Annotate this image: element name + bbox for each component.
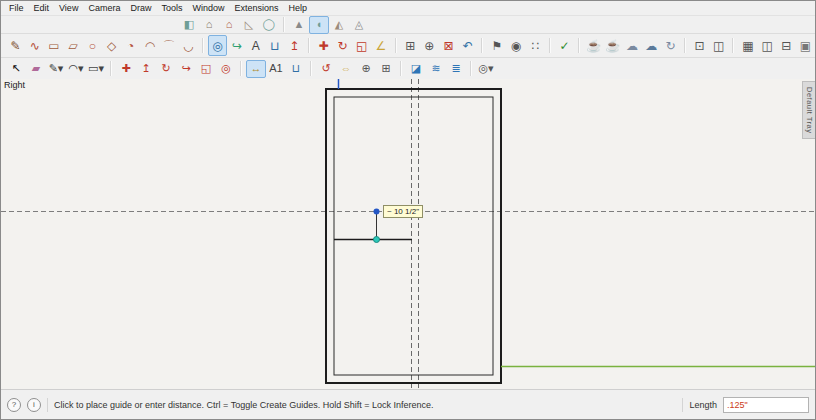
- zoom-window-icon[interactable]: ⊞: [401, 35, 420, 56]
- zoom-icon[interactable]: ⊕: [356, 60, 376, 78]
- grid-view-icon[interactable]: ▦: [738, 35, 757, 56]
- pencil-tool-icon[interactable]: ✎: [6, 35, 25, 56]
- menu-edit[interactable]: Edit: [29, 3, 55, 13]
- default-tray-tab[interactable]: Default Tray: [802, 81, 815, 139]
- status-message: Click to place guide or enter distance. …: [54, 400, 676, 410]
- orbit-icon[interactable]: ↺: [316, 60, 336, 78]
- menu-bar: FileEditViewCameraDrawToolsWindowExtensi…: [1, 1, 815, 16]
- shape-house-icon[interactable]: ⌂: [199, 16, 219, 34]
- toolbar-separator: [549, 38, 551, 53]
- paint-bucket-tool-icon[interactable]: ⊔: [265, 35, 284, 56]
- push-pull-icon[interactable]: ↥: [136, 60, 156, 78]
- status-separator-right: [682, 398, 683, 412]
- protractor-tool-icon[interactable]: ∠: [371, 35, 390, 56]
- look-around-icon[interactable]: ◉: [507, 35, 526, 56]
- drawing-canvas[interactable]: Right ~ 10 1/2" Default Tray: [1, 79, 815, 389]
- model-checkup-icon[interactable]: ✓: [555, 35, 574, 56]
- send-to-layout-icon[interactable]: ◫: [709, 35, 728, 56]
- follow-me-tool-icon[interactable]: ↪: [227, 35, 246, 56]
- model-viewport[interactable]: [1, 79, 815, 389]
- guide-end-point: [374, 237, 380, 243]
- tape-measure-icon[interactable]: ↔: [246, 60, 266, 78]
- pie-tool-icon[interactable]: ◔: [121, 35, 140, 56]
- freehand-tool-icon[interactable]: ∿: [25, 35, 44, 56]
- paint-icon[interactable]: ⊔: [286, 60, 306, 78]
- lock-icon[interactable]: ▣: [796, 35, 815, 56]
- shape-box-icon[interactable]: ◧: [179, 16, 199, 34]
- cloud-render-icon[interactable]: ☁: [642, 35, 661, 56]
- shape-prism-icon[interactable]: ◬: [349, 16, 369, 34]
- position-camera-icon[interactable]: ⚑: [487, 35, 506, 56]
- shape-shed-icon[interactable]: ◺: [239, 16, 259, 34]
- styles-selector-icon[interactable]: ◎▾: [476, 60, 496, 78]
- shape-cone-icon[interactable]: ▲: [289, 16, 309, 34]
- arc-tools-icon[interactable]: ◠▾: [66, 60, 86, 78]
- menu-help[interactable]: Help: [283, 3, 312, 13]
- toolbar-separator: [283, 17, 285, 32]
- move-icon[interactable]: ✚: [116, 60, 136, 78]
- offset-tool-icon[interactable]: ◎: [208, 35, 227, 56]
- view-label: Right: [4, 80, 25, 90]
- scale-icon[interactable]: ◱: [196, 60, 216, 78]
- length-label: Length: [689, 400, 717, 410]
- toolbar-main: ✎∿▭▱○◇◔◠⌒◡◎↪A⊔↥✚↻◱∠⊞⊕⊠↶⚑◉∷✓☕☕☁☁↻⊡◫▦◫⊟▣: [1, 34, 815, 58]
- menu-file[interactable]: File: [4, 3, 29, 13]
- zoom-extents-icon[interactable]: ⊠: [439, 35, 458, 56]
- instructor-icon[interactable]: i: [27, 398, 41, 412]
- two-point-arc-icon[interactable]: ⌒: [160, 35, 179, 56]
- eraser-tool-icon[interactable]: ▰: [26, 60, 46, 78]
- cloud-sync-icon[interactable]: ↻: [661, 35, 680, 56]
- previous-view-icon[interactable]: ↶: [458, 35, 477, 56]
- split-view-icon[interactable]: ◫: [758, 35, 777, 56]
- section-display-icon[interactable]: ≣: [446, 60, 466, 78]
- shape-tools-icon[interactable]: ▭▾: [86, 60, 106, 78]
- section-fill-icon[interactable]: ≋: [426, 60, 446, 78]
- menu-window[interactable]: Window: [187, 3, 229, 13]
- menu-tools[interactable]: Tools: [156, 3, 187, 13]
- zoom-extents-tool-icon[interactable]: ⊞: [376, 60, 396, 78]
- status-separator-left: [47, 398, 48, 412]
- measurement-tooltip: ~ 10 1/2": [383, 205, 423, 218]
- move-tool-icon[interactable]: ✚: [314, 35, 333, 56]
- shape-cylinder-icon[interactable]: ◯: [259, 16, 279, 34]
- menu-extensions[interactable]: Extensions: [229, 3, 283, 13]
- rotate-tool-icon[interactable]: ↻: [333, 35, 352, 56]
- section-plane-icon[interactable]: ◪: [406, 60, 426, 78]
- rectangle-tool-icon[interactable]: ▭: [44, 35, 63, 56]
- follow-me-icon[interactable]: ↪: [176, 60, 196, 78]
- menu-camera[interactable]: Camera: [83, 3, 125, 13]
- polygon-tool-icon[interactable]: ◇: [102, 35, 121, 56]
- toolbar-separator: [732, 38, 734, 53]
- toolbar-separator: [308, 38, 310, 53]
- render-settings-icon[interactable]: ☕: [603, 35, 622, 56]
- offset-icon[interactable]: ◎: [216, 60, 236, 78]
- rotate-icon[interactable]: ↻: [156, 60, 176, 78]
- three-point-arc-icon[interactable]: ◡: [179, 35, 198, 56]
- shape-dome-icon[interactable]: ◖: [309, 16, 329, 34]
- cloud-upload-icon[interactable]: ☁: [622, 35, 641, 56]
- toolbar-separator: [202, 38, 204, 53]
- zoom-tool-icon[interactable]: ⊕: [420, 35, 439, 56]
- walk-tool-icon[interactable]: ∷: [526, 35, 545, 56]
- circle-tool-icon[interactable]: ○: [83, 35, 102, 56]
- pan-icon[interactable]: ⇔: [336, 60, 356, 78]
- menu-draw[interactable]: Draw: [125, 3, 156, 13]
- line-tools-icon[interactable]: ✎▾: [46, 60, 66, 78]
- shape-pyramid-icon[interactable]: ◭: [329, 16, 349, 34]
- toolbar-separator: [481, 38, 483, 53]
- length-input[interactable]: [723, 397, 809, 413]
- push-pull-tool-icon[interactable]: ↥: [285, 35, 304, 56]
- status-bar: ? i Click to place guide or enter distan…: [1, 389, 815, 419]
- export-doc-icon[interactable]: ⊡: [690, 35, 709, 56]
- frame-view-icon[interactable]: ⊟: [777, 35, 796, 56]
- menu-view[interactable]: View: [54, 3, 83, 13]
- arc-tool-icon[interactable]: ◠: [140, 35, 159, 56]
- scale-tool-icon[interactable]: ◱: [352, 35, 371, 56]
- shape-gable-icon[interactable]: ⌂: [219, 16, 239, 34]
- rotated-rectangle-tool-icon[interactable]: ▱: [64, 35, 83, 56]
- text-a1-tool-icon[interactable]: A: [246, 35, 265, 56]
- dimension-icon[interactable]: A1: [266, 60, 286, 78]
- select-tool-icon[interactable]: ↖: [6, 60, 26, 78]
- help-icon[interactable]: ?: [7, 398, 21, 412]
- render-teapot-icon[interactable]: ☕: [584, 35, 603, 56]
